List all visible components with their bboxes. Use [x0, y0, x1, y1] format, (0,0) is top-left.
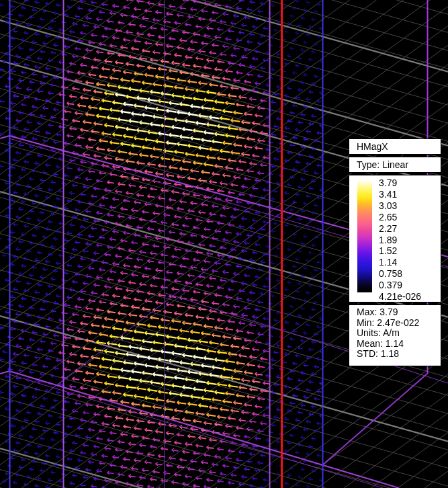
legend-stat-row: Max: 3.79 — [357, 307, 441, 318]
scale-label: 1.89 — [379, 235, 397, 245]
scale-label: 0.379 — [379, 280, 402, 290]
legend-stat-row: Mean: 1.14 — [357, 339, 441, 350]
scale-label: 1.14 — [379, 257, 397, 268]
3d-model-viewport[interactable]: HMagX Type: Linear 3.793.413.032.652.271… — [0, 0, 448, 488]
scale-label: 2.27 — [379, 223, 397, 234]
scale-label: 1.52 — [379, 245, 397, 256]
scale-label: 0.758 — [379, 268, 402, 279]
legend-title: HMagX — [357, 141, 388, 152]
scale-label: 3.79 — [379, 177, 397, 188]
scale-label: 3.41 — [379, 189, 397, 200]
scale-label: 4.21e-026 — [379, 291, 421, 302]
legend-stat-row: STD: 1.18 — [357, 349, 441, 360]
color-scale-labels: 3.793.413.032.652.271.891.521.140.7580.3… — [379, 175, 439, 302]
legend-stats-box[interactable]: Max: 3.79Min: 2.47e-022Units: A/mMean: 1… — [349, 304, 441, 366]
field-legend[interactable]: HMagX Type: Linear 3.793.413.032.652.271… — [349, 138, 441, 366]
legend-scale-type: Type: Linear — [357, 159, 408, 170]
legend-type-box[interactable]: Type: Linear — [349, 157, 441, 173]
legend-title-box[interactable]: HMagX — [349, 138, 441, 155]
color-scale-bar — [357, 181, 372, 292]
scale-label: 2.65 — [379, 212, 397, 222]
legend-stat-row: Min: 2.47e-022 — [357, 318, 441, 329]
legend-stat-row: Units: A/m — [357, 328, 441, 339]
legend-color-scale-box[interactable]: 3.793.413.032.652.271.891.521.140.7580.3… — [349, 175, 441, 302]
scale-label: 3.03 — [379, 200, 397, 211]
